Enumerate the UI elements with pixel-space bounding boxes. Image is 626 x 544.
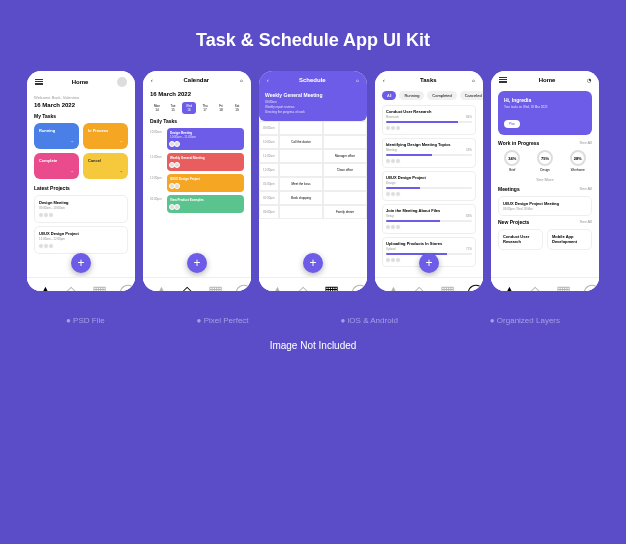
schedule-cell[interactable] (323, 121, 367, 135)
time-label: 01:00pm (259, 177, 279, 191)
feature-item: iOS & Android (341, 316, 398, 325)
filter-pill[interactable]: Canceled (460, 91, 483, 100)
nav-icon[interactable]: ▦ (440, 282, 446, 288)
plan-button[interactable]: Plan (504, 120, 520, 128)
day-cell[interactable]: Fri18 (214, 102, 228, 114)
task-card[interactable]: Complete→ (34, 153, 79, 179)
schedule-cell[interactable] (279, 149, 323, 163)
back-icon[interactable]: ‹ (383, 77, 385, 83)
filter-pill[interactable]: Running (399, 91, 424, 100)
menu-icon[interactable] (499, 77, 507, 83)
bottom-nav[interactable]: ▲ ◇ ▦ ◯ (27, 277, 135, 291)
time-label: 03:00pm (259, 205, 279, 219)
schedule-cell[interactable] (279, 163, 323, 177)
add-button[interactable]: + (303, 253, 323, 273)
nav-icon[interactable]: ▲ (386, 282, 392, 288)
timeline-task[interactable]: View Product Examples (167, 195, 244, 213)
nav-icon[interactable]: ▦ (556, 282, 562, 288)
schedule-cell[interactable]: Call the doctor (279, 135, 323, 149)
header: ‹ Schedule ⌕ (259, 71, 367, 86)
nav-icon[interactable]: ▲ (154, 282, 160, 288)
schedule-cell[interactable] (323, 135, 367, 149)
screen-title: Calendar (183, 77, 209, 83)
nav-icon[interactable]: ◯ (467, 282, 473, 288)
back-icon[interactable]: ‹ (151, 77, 153, 83)
phone-home: Home Welcome Back, Valentino 16 March 20… (27, 71, 135, 291)
schedule-cell[interactable]: Book shopping (279, 191, 323, 205)
schedule-cell[interactable] (323, 177, 367, 191)
menu-icon[interactable] (35, 79, 43, 85)
schedule-cell[interactable]: Family dinner (323, 205, 367, 219)
add-button[interactable]: + (419, 253, 439, 273)
avatar[interactable] (117, 77, 127, 87)
timeline-task[interactable]: UI/UX Design Project (167, 174, 244, 192)
time-label: 09:00am (259, 121, 279, 135)
feature-item: Pixel Perfect (197, 316, 249, 325)
header: ‹ Tasks ⌕ (375, 71, 483, 86)
nav-icon[interactable]: ◇ (529, 282, 535, 288)
nav-icon[interactable]: ◯ (235, 282, 241, 288)
task-item[interactable]: Join the Meeting About FilesSetup63% (382, 204, 476, 234)
task-item[interactable]: Conduct User ResearchResearch84% (382, 105, 476, 135)
task-card[interactable]: Running→ (34, 123, 79, 149)
filter-pill[interactable]: All (382, 91, 396, 100)
nav-icon[interactable]: ◇ (181, 282, 187, 288)
bottom-nav[interactable]: ▲ ◇ ▦ ◯ (143, 277, 251, 291)
progress-circle: 28%Wireframe (563, 150, 592, 172)
back-icon[interactable]: ‹ (267, 77, 269, 83)
schedule-cell[interactable] (279, 121, 323, 135)
timeline-task[interactable]: Design Meeting10:00am - 11:00am (167, 128, 244, 150)
nav-icon[interactable]: ◯ (351, 282, 357, 288)
bottom-nav[interactable]: ▲ ◇ ▦ ◯ (491, 277, 599, 291)
section-new-projects: New ProjectsSee All (498, 219, 592, 225)
nav-icon[interactable]: ▲ (502, 282, 508, 288)
task-card[interactable]: Cancel→ (83, 153, 128, 179)
new-project-card[interactable]: Mobile App Development (547, 229, 592, 250)
nav-icon[interactable]: ▲ (270, 282, 276, 288)
time-label: 02:00pm (259, 191, 279, 205)
screen-title: Schedule (299, 77, 326, 83)
project-item[interactable]: UI/UX Design Project11:00am - 12:00pm (34, 226, 128, 254)
nav-icon[interactable]: ▦ (324, 282, 330, 288)
nav-icon[interactable]: ◇ (65, 282, 71, 288)
feature-item: PSD File (66, 316, 105, 325)
search-icon[interactable]: ⌕ (240, 77, 243, 83)
task-item[interactable]: UI/UX Design ProjectDesign (382, 171, 476, 201)
day-cell[interactable]: Sat19 (230, 102, 244, 114)
section-latest-projects: Latest Projects (34, 185, 128, 191)
project-item[interactable]: Design Meeting09:00am - 10:00am (34, 195, 128, 223)
schedule-cell[interactable]: Meet the boss (279, 177, 323, 191)
nav-icon[interactable]: ▦ (92, 282, 98, 288)
day-cell[interactable]: Thu17 (198, 102, 212, 114)
schedule-cell[interactable]: Clean office (323, 163, 367, 177)
filter-pill[interactable]: Completed (427, 91, 456, 100)
timeline-task[interactable]: Weekly General Meeting (167, 153, 244, 171)
schedule-cell[interactable]: Manager office (323, 149, 367, 163)
schedule-cell[interactable] (279, 205, 323, 219)
nav-icon[interactable]: ◯ (119, 282, 125, 288)
meeting-item[interactable]: UI/UX Design Project Meeting 03:00pm, We… (498, 196, 592, 216)
nav-icon[interactable]: ◯ (583, 282, 589, 288)
section-meetings: MeetingsSee All (498, 186, 592, 192)
search-icon[interactable]: ⌕ (472, 77, 475, 83)
nav-home-icon[interactable]: ▲ (38, 282, 44, 288)
bottom-nav[interactable]: ▲ ◇ ▦ ◯ (259, 277, 367, 291)
day-cell[interactable]: Wed16 (182, 102, 196, 114)
nav-icon[interactable]: ◇ (413, 282, 419, 288)
nav-icon[interactable]: ▦ (208, 282, 214, 288)
search-icon[interactable]: ⌕ (356, 77, 359, 83)
greeting-card: Hi, Ingredia Your tasks on Wed, 18 Mar 2… (498, 91, 592, 135)
new-project-card[interactable]: Conduct User Research (498, 229, 543, 250)
task-item[interactable]: Identifying Design Meeting TopicsMeeting… (382, 138, 476, 168)
day-cell[interactable]: Tue15 (166, 102, 180, 114)
nav-icon[interactable]: ◇ (297, 282, 303, 288)
see-more-link[interactable]: See More (536, 177, 553, 182)
section-my-tasks: My Tasks (34, 113, 128, 119)
schedule-cell[interactable] (323, 191, 367, 205)
bell-icon[interactable]: ◔ (587, 77, 591, 83)
task-card[interactable]: In Process→ (83, 123, 128, 149)
day-cell[interactable]: Mon14 (150, 102, 164, 114)
add-button[interactable]: + (187, 253, 207, 273)
bottom-nav[interactable]: ▲ ◇ ▦ ◯ (375, 277, 483, 291)
add-button[interactable]: + (71, 253, 91, 273)
